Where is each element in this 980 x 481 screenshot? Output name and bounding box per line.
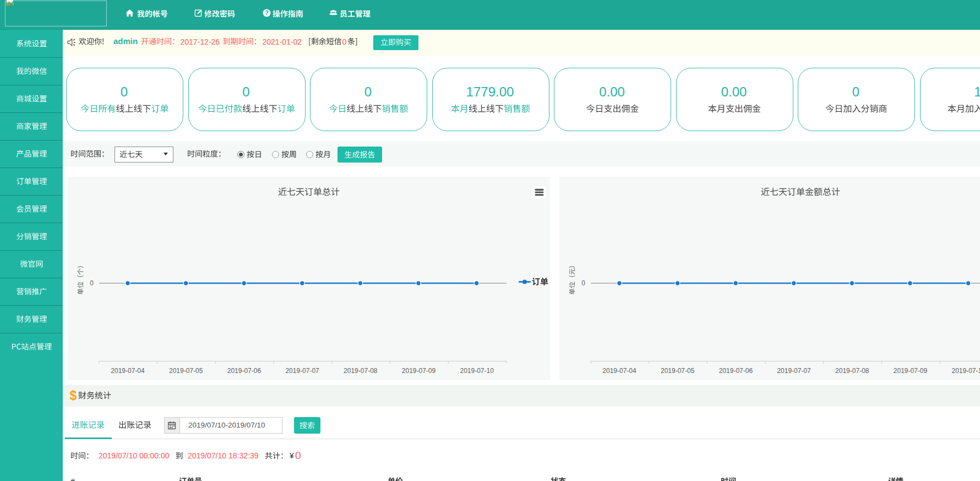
svg-text:2019-07-07: 2019-07-07 xyxy=(777,367,811,375)
svg-text:2019-07-09: 2019-07-09 xyxy=(894,367,928,375)
svg-text:2019-07-04: 2019-07-04 xyxy=(602,367,636,375)
svg-text:2019-07-06: 2019-07-06 xyxy=(227,367,262,375)
svg-text:2019-07-05: 2019-07-05 xyxy=(169,367,203,375)
svg-text:2019-07-05: 2019-07-05 xyxy=(661,367,695,375)
svg-text:2019-07-10: 2019-07-10 xyxy=(952,367,980,375)
svg-text:2019-07-08: 2019-07-08 xyxy=(344,367,378,375)
svg-text:2019-07-08: 2019-07-08 xyxy=(835,367,869,375)
svg-text:2019-07-10: 2019-07-10 xyxy=(460,367,494,375)
svg-text:2019-07-06: 2019-07-06 xyxy=(719,367,753,375)
svg-text:2019-07-09: 2019-07-09 xyxy=(402,367,436,375)
svg-text:?: ? xyxy=(265,9,269,16)
svg-text:2019-07-04: 2019-07-04 xyxy=(111,367,145,375)
svg-text:2019-07-07: 2019-07-07 xyxy=(285,367,319,375)
